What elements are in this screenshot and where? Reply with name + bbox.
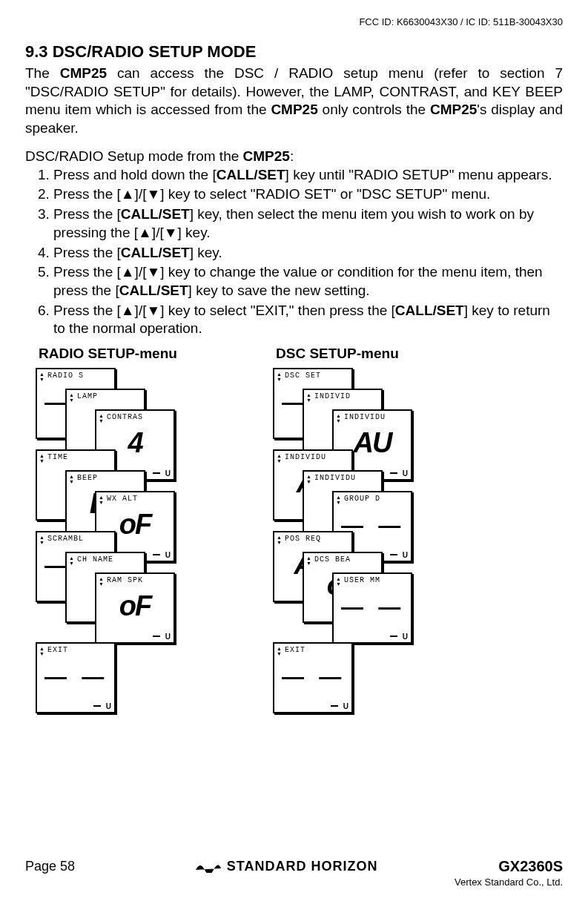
updown-arrow-icon: ▲▼ (306, 392, 311, 403)
lcd-top-label: INDIVIDU (334, 411, 411, 421)
lcd-top-label: CONTRAS (96, 411, 174, 421)
brand-wave-icon (196, 861, 221, 873)
lcd-u-indicator: U (165, 551, 171, 559)
dsc-setup-title: DSC SETUP-menu (276, 346, 466, 362)
model-ref: CMP25 (60, 65, 107, 81)
lcd-underline-icon (93, 705, 101, 707)
brand-logo: STANDARD HORIZON (196, 859, 378, 874)
intro-paragraph: The CMP25 can access the DSC / RADIO set… (25, 65, 563, 138)
page-number: Page 58 (25, 859, 75, 874)
lcd-top-label: INDIVIDU (274, 451, 351, 461)
lcd-screen: ▲▼ EXIT— —U (273, 642, 353, 713)
lcd-dashes: — — (274, 654, 351, 690)
updown-arrow-icon: ▲▼ (39, 646, 44, 656)
lcd-screen: ▲▼ EXIT— —U (36, 642, 116, 713)
updown-arrow-icon: ▲▼ (277, 646, 282, 656)
step-2: Press the [▲]/[▼] key to select "RADIO S… (53, 185, 563, 204)
text: ] key until "RADIO SETUP" menu appears. (285, 167, 552, 182)
lcd-big-value: oF (96, 584, 174, 620)
lcd-underline-icon (390, 636, 397, 637)
step-6: Press the [▲]/[▼] key to select "EXIT," … (53, 302, 563, 338)
updown-arrow-icon: ▲▼ (336, 495, 341, 505)
text: Press and hold down the [ (53, 167, 217, 182)
steps-list: Press and hold down the [CALL/SET] key u… (25, 166, 563, 338)
text: : (290, 148, 294, 164)
step-1: Press and hold down the [CALL/SET] key u… (53, 166, 563, 185)
radio-setup-column: RADIO SETUP-menu ▲▼ RADIO S— —▲▼ LAMP▲▼ … (36, 346, 228, 731)
section-heading: 9.3 DSC/RADIO SETUP MODE (25, 42, 563, 62)
step-3: Press the [CALL/SET] key, then select th… (53, 205, 563, 242)
lcd-top-label: EXIT (37, 644, 114, 654)
lcd-top-label: EXIT (274, 644, 351, 654)
menu-illustrations: RADIO SETUP-menu ▲▼ RADIO S— —▲▼ LAMP▲▼ … (36, 346, 563, 731)
brand-text: STANDARD HORIZON (227, 859, 378, 874)
lcd-u-indicator: U (106, 702, 111, 710)
updown-arrow-icon: ▲▼ (99, 413, 104, 423)
text: The (25, 65, 60, 81)
model-number: GX2360S (498, 858, 563, 875)
model-ref: CMP25 (430, 102, 477, 117)
model-ref: CMP25 (243, 148, 290, 164)
updown-arrow-icon: ▲▼ (336, 413, 341, 423)
lcd-u-indicator: U (403, 551, 408, 559)
lcd-top-label: DCS BEA (304, 553, 381, 564)
text: Press the [ (53, 245, 121, 260)
updown-arrow-icon: ▲▼ (69, 474, 74, 484)
updown-arrow-icon: ▲▼ (39, 535, 44, 545)
lcd-dashes: — — (334, 584, 411, 620)
updown-arrow-icon: ▲▼ (306, 555, 311, 566)
lcd-u-indicator: U (343, 702, 348, 710)
key-ref: CALL/SET (121, 206, 190, 222)
lcd-underline-icon (153, 554, 160, 555)
lcd-top-label: CH NAME (67, 553, 144, 564)
lcd-top-label: INDIVIDU (304, 472, 381, 482)
updown-arrow-icon: ▲▼ (69, 392, 74, 403)
lcd-top-label: LAMP (67, 390, 144, 400)
lcd-top-label: BEEP (67, 472, 144, 482)
lcd-underline-icon (153, 472, 160, 474)
text: DSC/RADIO Setup mode from the (25, 148, 243, 164)
updown-arrow-icon: ▲▼ (336, 576, 341, 587)
lcd-dashes: — — (37, 654, 114, 690)
text: Press the [▲]/[▼] key to select "EXIT," … (53, 303, 395, 318)
step-4: Press the [CALL/SET] key. (53, 244, 563, 263)
updown-arrow-icon: ▲▼ (99, 495, 104, 505)
lcd-u-indicator: U (165, 469, 171, 478)
dsc-setup-column: DSC SETUP-menu ▲▼ DSC SET— —▲▼ INDIVID▲▼… (273, 346, 466, 731)
updown-arrow-icon: ▲▼ (306, 474, 311, 484)
updown-arrow-icon: ▲▼ (277, 535, 282, 545)
text: ] key to save the new setting. (188, 283, 370, 298)
lcd-underline-icon (390, 554, 397, 555)
lead-line: DSC/RADIO Setup mode from the CMP25: (25, 148, 563, 165)
lcd-top-label: POS REQ (274, 532, 351, 543)
step-5: Press the [▲]/[▼] key to change the valu… (53, 263, 563, 300)
lcd-top-label: INDIVID (304, 390, 381, 400)
lcd-underline-icon (153, 636, 160, 637)
page-footer: Page 58 STANDARD HORIZON GX2360S Vertex … (25, 858, 563, 888)
text: ] key. (190, 245, 222, 260)
key-ref: CALL/SET (121, 245, 190, 260)
page-container: FCC ID: K6630043X30 / IC ID: 511B-30043X… (0, 0, 588, 731)
updown-arrow-icon: ▲▼ (277, 372, 282, 382)
updown-arrow-icon: ▲▼ (277, 453, 282, 463)
radio-lcd-stack: ▲▼ RADIO S— —▲▼ LAMP▲▼ CONTRAS4U▲▼ TIME▲… (36, 368, 228, 731)
text: only controls the (318, 102, 430, 117)
lcd-screen: ▲▼ USER MM— —U (332, 572, 412, 644)
lcd-top-label: DSC SET (274, 369, 351, 380)
company-line: Vertex Standard Co., Ltd. (25, 877, 563, 888)
dsc-lcd-stack: ▲▼ DSC SET— —▲▼ INDIVID▲▼ INDIVIDUAUU▲▼ … (273, 368, 466, 731)
updown-arrow-icon: ▲▼ (39, 372, 44, 382)
updown-arrow-icon: ▲▼ (99, 576, 104, 587)
text: Press the [ (53, 206, 121, 222)
lcd-u-indicator: U (403, 633, 408, 641)
radio-setup-title: RADIO SETUP-menu (39, 346, 228, 362)
fcc-id-line: FCC ID: K6630043X30 / IC ID: 511B-30043X… (25, 16, 563, 27)
footer-row: Page 58 STANDARD HORIZON GX2360S (25, 858, 563, 875)
lcd-top-label: WX ALT (96, 492, 174, 503)
key-ref: CALL/SET (217, 167, 285, 182)
lcd-screen: ▲▼ RAM SPKoFU (95, 572, 175, 644)
updown-arrow-icon: ▲▼ (69, 555, 74, 566)
updown-arrow-icon: ▲▼ (39, 453, 44, 463)
lcd-top-label: GROUP D (334, 492, 411, 503)
key-ref: CALL/SET (119, 283, 188, 298)
